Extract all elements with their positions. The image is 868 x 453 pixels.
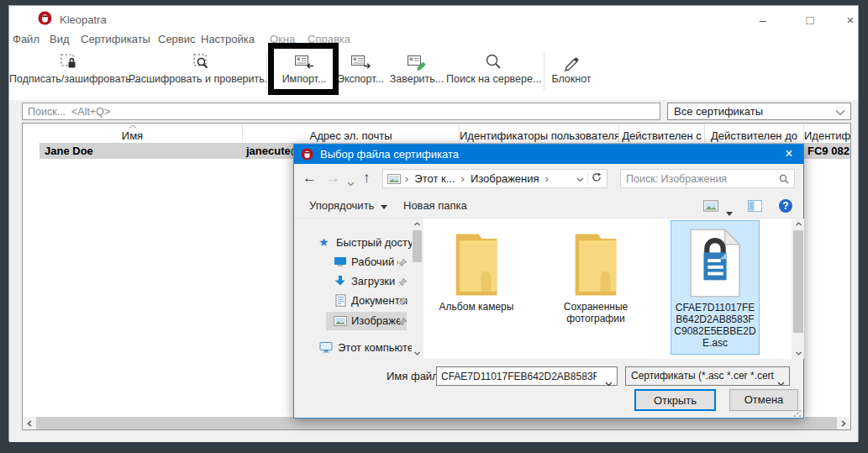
column-header-valid-to[interactable]: Действителен до: [705, 124, 804, 142]
dialog-content: ★ Быстрый доступ Рабочий сто.: [294, 219, 803, 359]
sidebar-item-quick-access[interactable]: ★ Быстрый доступ: [294, 234, 412, 252]
file-item-certificate-selected[interactable]: CFAE7D11017FEB642D2AB8583FC9082E5EBBE2DE…: [671, 220, 760, 355]
certificate-file-icon: [671, 221, 759, 298]
column-header-user-ids[interactable]: Идентификаторы пользователя: [460, 124, 619, 142]
dialog-navigation-row: ← → ↑ › Этот к... › Изображения: [294, 164, 803, 194]
sidebar-item-this-pc[interactable]: Этот компьютер: [294, 339, 412, 357]
history-chevron-icon[interactable]: [347, 174, 355, 191]
scrollbar-thumb[interactable]: [413, 230, 422, 262]
filetype-value: Сертификаты (*.asc *.cer *.cert: [631, 370, 774, 382]
filename-combobox[interactable]: [436, 366, 618, 386]
pin-icon: [398, 316, 408, 329]
scroll-down-icon[interactable]: [792, 348, 804, 359]
certify-button[interactable]: Заверить...: [389, 51, 445, 93]
pin-icon: [398, 257, 408, 270]
dialog-title-bar[interactable]: Выбор файла сертификата ×: [294, 145, 803, 164]
up-button[interactable]: ↑: [363, 170, 371, 187]
column-header-name[interactable]: Имя: [23, 124, 243, 142]
folder-icon: [432, 220, 521, 298]
chevron-down-icon: [777, 375, 785, 386]
search-icon: [779, 174, 789, 184]
desktop-icon: [334, 256, 347, 267]
column-header-key-id[interactable]: Идентиф: [804, 124, 850, 142]
lookup-server-button[interactable]: Поиск на сервере...: [446, 51, 540, 93]
folder-item-saved-photos[interactable]: Сохраненные фотографии: [551, 220, 640, 355]
dialog-toolbar: Упорядочить Новая папка: [294, 194, 803, 219]
certificate-filter-dropdown[interactable]: Все сертификаты: [667, 103, 851, 120]
sidebar-item-downloads[interactable]: Загрузки: [294, 272, 412, 291]
breadcrumb-separator: ›: [401, 172, 413, 185]
view-mode-chevron-icon[interactable]: [726, 204, 733, 219]
refresh-icon[interactable]: [587, 172, 607, 185]
cell-name: Jane Doe: [45, 145, 93, 157]
sidebar-item-documents[interactable]: Документы: [294, 292, 412, 310]
menu-file[interactable]: Файл: [13, 33, 39, 45]
folder-label: Альбом камеры: [432, 301, 521, 313]
column-header-valid-from[interactable]: Действителен с: [619, 124, 705, 142]
kleopatra-icon: [301, 148, 313, 161]
thumbnail-view-icon: [703, 200, 718, 212]
scrollbar-thumb[interactable]: [793, 230, 803, 333]
open-button[interactable]: Открыть: [634, 389, 716, 411]
filename-input[interactable]: [441, 369, 597, 383]
certificate-file-dialog: Выбор файла сертификата × ← → ↑: [293, 144, 804, 419]
toolbar-separator: [266, 53, 267, 90]
breadcrumb-bar[interactable]: › Этот к... › Изображения ›: [382, 169, 608, 188]
certificate-file-label: CFAE7D11017FEB642D2AB8583FC9082E5EBBE2DE…: [671, 302, 759, 349]
sidebar-item-pictures[interactable]: Изображени: [294, 312, 412, 330]
breadcrumb-this-pc[interactable]: Этот к...: [413, 172, 456, 185]
dialog-search-box[interactable]: [620, 169, 795, 188]
sidebar-scrollbar[interactable]: [412, 219, 423, 359]
scroll-down-icon[interactable]: [412, 348, 423, 359]
menu-settings[interactable]: Настройка: [201, 33, 255, 45]
chevron-down-icon: [381, 205, 387, 209]
help-icon[interactable]: ?: [779, 199, 792, 213]
toolbar-separator: [544, 53, 544, 90]
sidebar-item-desktop[interactable]: Рабочий сто.: [294, 253, 412, 271]
close-button[interactable]: ×: [836, 11, 865, 29]
scroll-up-icon[interactable]: [792, 219, 804, 229]
certify-icon: [389, 51, 445, 73]
cancel-button[interactable]: Отмена: [729, 389, 798, 411]
folder-item-camera-album[interactable]: Альбом камеры: [432, 220, 521, 355]
chevron-down-icon: [835, 109, 845, 116]
breadcrumb-separator: ›: [457, 172, 469, 185]
back-button[interactable]: ←: [302, 170, 317, 187]
maximize-button[interactable]: □: [796, 11, 824, 29]
title-bar[interactable]: Kleopatra – □ ×: [9, 6, 858, 31]
downloads-icon: [334, 275, 346, 287]
kleopatra-icon: [38, 11, 52, 25]
minimize-button[interactable]: –: [749, 11, 777, 29]
menu-service[interactable]: Сервис: [158, 33, 196, 45]
view-mode-button[interactable]: [703, 200, 718, 215]
chevron-down-icon[interactable]: [605, 375, 613, 390]
address-chevron-icon[interactable]: [573, 172, 587, 185]
new-folder-button[interactable]: Новая папка: [403, 199, 467, 212]
sign-encrypt-button[interactable]: Подписать/зашифровать...: [9, 51, 127, 93]
menu-certificates[interactable]: Сертификаты: [81, 33, 150, 45]
menu-bar: Файл Вид Сертификаты Сервис Настройка Ок…: [9, 33, 858, 48]
decrypt-verify-button[interactable]: Расшифровать и проверить...: [127, 51, 275, 93]
window-title: Kleopatra: [60, 13, 107, 26]
file-list-scrollbar[interactable]: [792, 219, 804, 359]
dialog-search-input[interactable]: [626, 171, 773, 186]
dialog-close-button[interactable]: ×: [775, 145, 803, 164]
organize-button[interactable]: Упорядочить: [309, 199, 387, 212]
computer-icon: [319, 341, 333, 353]
folder-label: Сохраненные фотографии: [551, 301, 640, 324]
cell-key-id: FC9 082: [808, 145, 850, 157]
export-button[interactable]: Экспорт...: [334, 51, 387, 93]
preview-pane-icon[interactable]: [748, 200, 762, 215]
dialog-sidebar: ★ Быстрый доступ Рабочий сто.: [294, 219, 412, 359]
scroll-left-icon[interactable]: [23, 417, 36, 429]
resize-grip[interactable]: [793, 409, 801, 417]
column-header-email[interactable]: Адрес эл. почты: [243, 124, 460, 142]
notepad-button[interactable]: Блокнот: [547, 51, 596, 93]
menu-view[interactable]: Вид: [50, 33, 70, 45]
forward-button[interactable]: →: [326, 170, 340, 187]
certificate-search-input[interactable]: [22, 103, 660, 120]
scroll-up-icon[interactable]: [412, 219, 423, 229]
breadcrumb-pictures[interactable]: Изображения: [469, 172, 541, 185]
scroll-right-icon[interactable]: [837, 417, 850, 429]
filetype-dropdown[interactable]: Сертификаты (*.asc *.cer *.cert: [625, 366, 790, 386]
